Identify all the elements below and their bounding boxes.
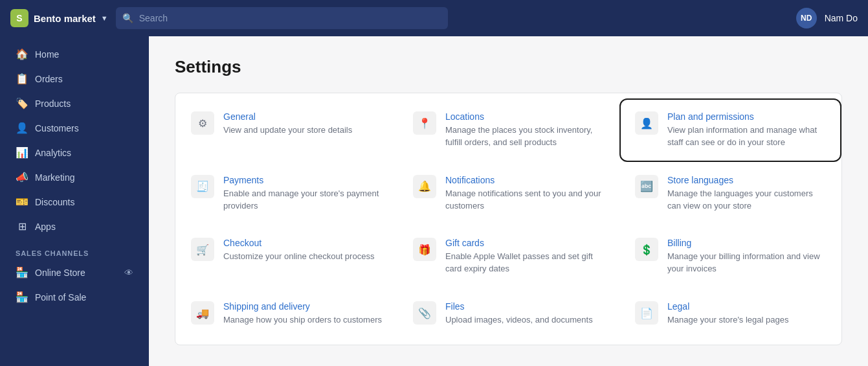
- shipping-and-delivery-icon: 🚚: [191, 301, 214, 325]
- general-icon: ⚙: [191, 111, 214, 135]
- discounts-icon: 🎫: [16, 196, 28, 208]
- payments-desc: Enable and manage your store's payment p…: [223, 188, 382, 212]
- main-content: Settings ⚙ General View and update your …: [149, 36, 868, 366]
- billing-title: Billing: [667, 238, 826, 248]
- sidebar-label-marketing: Marketing: [35, 172, 74, 183]
- sidebar-item-marketing[interactable]: 📣 Marketing: [5, 165, 144, 189]
- notifications-icon: 🔔: [413, 175, 436, 198]
- shopify-icon: S: [10, 9, 28, 27]
- sidebar-label-home: Home: [35, 49, 59, 60]
- sidebar: 🏠 Home📋 Orders🏷️ Products👤 Customers📊 An…: [0, 36, 149, 366]
- payments-title: Payments: [223, 175, 382, 185]
- settings-item-payments[interactable]: 🧾 Payments Enable and manage your store'…: [175, 162, 397, 225]
- plan-and-permissions-desc: View plan information and manage what st…: [667, 124, 826, 149]
- general-desc: View and update your store details: [223, 124, 352, 137]
- sidebar-item-orders[interactable]: 📋 Orders: [5, 67, 144, 91]
- legal-title: Legal: [667, 301, 788, 312]
- plan-and-permissions-icon: 👤: [635, 111, 658, 135]
- settings-item-general[interactable]: ⚙ General View and update your store det…: [175, 98, 397, 162]
- apps-icon: ⊞: [16, 220, 28, 233]
- settings-item-notifications[interactable]: 🔔 Notifications Manage notifications sen…: [397, 162, 619, 225]
- sidebar-label-orders: Orders: [35, 74, 63, 84]
- files-icon: 📎: [413, 301, 436, 325]
- sidebar-label-analytics: Analytics: [35, 148, 71, 158]
- analytics-icon: 📊: [16, 146, 28, 159]
- sidebar-item-apps[interactable]: ⊞ Apps: [5, 214, 144, 238]
- topnav: S Bento market ▼ 🔍 ND Nam Do: [0, 0, 868, 36]
- legal-desc: Manage your store's legal pages: [667, 314, 788, 326]
- channel-label-online-store: Online Store: [35, 268, 85, 278]
- plan-and-permissions-title: Plan and permissions: [667, 111, 826, 122]
- main-layout: 🏠 Home📋 Orders🏷️ Products👤 Customers📊 An…: [0, 36, 868, 366]
- payments-icon: 🧾: [191, 175, 214, 198]
- sidebar-item-products[interactable]: 🏷️ Products: [5, 91, 144, 115]
- checkout-desc: Customize your online checkout process: [223, 251, 374, 263]
- eye-icon[interactable]: 👁: [124, 268, 133, 278]
- settings-item-locations[interactable]: 📍 Locations Manage the places you stock …: [397, 98, 619, 162]
- settings-item-checkout[interactable]: 🛒 Checkout Customize your online checkou…: [175, 225, 397, 288]
- sidebar-item-discounts[interactable]: 🎫 Discounts: [5, 190, 144, 214]
- settings-grid: ⚙ General View and update your store det…: [175, 98, 841, 339]
- brand-logo[interactable]: S Bento market ▼: [10, 9, 108, 27]
- search-container: 🔍: [116, 7, 448, 29]
- sidebar-label-apps: Apps: [35, 222, 56, 232]
- online-store-icon: 🏪: [16, 266, 28, 279]
- settings-item-legal[interactable]: 📄 Legal Manage your store's legal pages: [619, 288, 841, 339]
- home-icon: 🏠: [16, 48, 28, 60]
- sidebar-item-online-store[interactable]: 🏪 Online Store 👁: [5, 260, 144, 284]
- search-input[interactable]: [116, 7, 448, 29]
- sidebar-item-customers[interactable]: 👤 Customers: [5, 116, 144, 140]
- shipping-and-delivery-desc: Manage how you ship orders to customers: [223, 314, 382, 326]
- billing-icon: 💲: [635, 238, 658, 261]
- orders-icon: 📋: [16, 73, 28, 85]
- page-title: Settings: [175, 57, 842, 77]
- checkout-title: Checkout: [223, 238, 374, 248]
- customers-icon: 👤: [16, 122, 28, 134]
- files-desc: Upload images, videos, and documents: [445, 314, 593, 326]
- gift-cards-desc: Enable Apple Wallet passes and set gift …: [445, 251, 604, 275]
- settings-item-shipping-and-delivery[interactable]: 🚚 Shipping and delivery Manage how you s…: [175, 288, 397, 339]
- billing-desc: Manage your billing information and view…: [667, 251, 826, 275]
- notifications-desc: Manage notifications sent to you and you…: [445, 188, 604, 212]
- point-of-sale-icon: 🏪: [16, 291, 28, 303]
- locations-desc: Manage the places you stock inventory, f…: [445, 124, 604, 149]
- marketing-icon: 📣: [16, 171, 28, 183]
- store-languages-title: Store languages: [667, 175, 826, 185]
- sales-channels-label: SALES CHANNELS: [0, 239, 149, 260]
- settings-item-plan-and-permissions[interactable]: 👤 Plan and permissions View plan informa…: [619, 98, 841, 162]
- locations-icon: 📍: [413, 111, 436, 135]
- settings-item-files[interactable]: 📎 Files Upload images, videos, and docum…: [397, 288, 619, 339]
- sidebar-label-customers: Customers: [35, 123, 79, 133]
- general-title: General: [223, 111, 352, 122]
- search-icon: 🔍: [122, 13, 133, 23]
- sidebar-label-products: Products: [35, 98, 71, 109]
- legal-icon: 📄: [635, 301, 658, 325]
- checkout-icon: 🛒: [191, 238, 214, 261]
- gift-cards-icon: 🎁: [413, 238, 436, 261]
- brand-chevron-icon: ▼: [101, 14, 108, 22]
- username: Nam Do: [825, 13, 858, 23]
- shipping-and-delivery-title: Shipping and delivery: [223, 301, 382, 312]
- settings-item-store-languages[interactable]: 🔤 Store languages Manage the languages y…: [619, 162, 841, 225]
- settings-card: ⚙ General View and update your store det…: [175, 93, 842, 345]
- sidebar-label-discounts: Discounts: [35, 197, 74, 207]
- locations-title: Locations: [445, 111, 604, 122]
- settings-item-billing[interactable]: 💲 Billing Manage your billing informatio…: [619, 225, 841, 288]
- products-icon: 🏷️: [16, 97, 28, 109]
- store-languages-icon: 🔤: [635, 175, 658, 198]
- sidebar-item-point-of-sale[interactable]: 🏪 Point of Sale: [5, 285, 144, 309]
- notifications-title: Notifications: [445, 175, 604, 185]
- avatar[interactable]: ND: [796, 8, 817, 29]
- sidebar-item-analytics[interactable]: 📊 Analytics: [5, 141, 144, 165]
- settings-item-gift-cards[interactable]: 🎁 Gift cards Enable Apple Wallet passes …: [397, 225, 619, 288]
- channel-label-point-of-sale: Point of Sale: [35, 292, 86, 303]
- sidebar-item-home[interactable]: 🏠 Home: [5, 42, 144, 66]
- brand-name: Bento market: [34, 13, 96, 24]
- store-languages-desc: Manage the languages your customers can …: [667, 188, 826, 212]
- gift-cards-title: Gift cards: [445, 238, 604, 248]
- files-title: Files: [445, 301, 593, 312]
